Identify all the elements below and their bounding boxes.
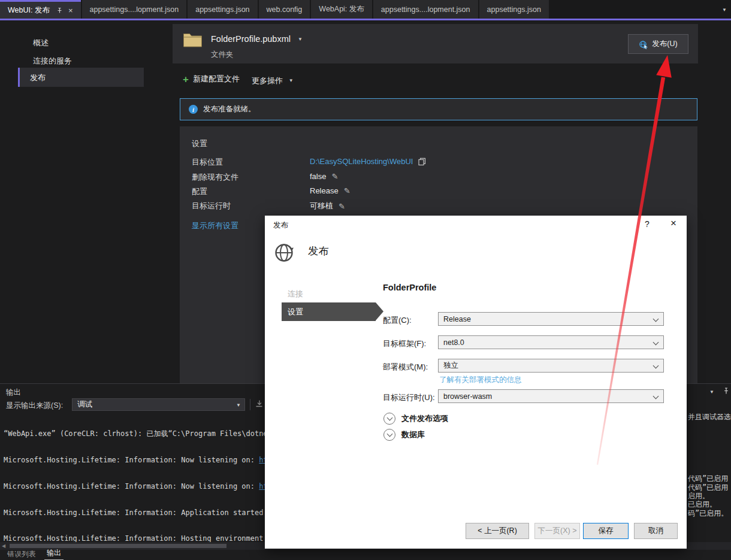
scroll-left-icon[interactable]: ◀ — [2, 543, 5, 549]
chevron-down-icon: ▼ — [298, 37, 303, 42]
tab-label: web.config — [267, 5, 303, 14]
configuration-value: Release — [443, 315, 471, 323]
configuration-select[interactable]: Release — [438, 312, 664, 326]
panel-pin-icon[interactable] — [723, 388, 730, 395]
expander-database[interactable]: 数据库 — [383, 429, 425, 441]
copy-icon[interactable] — [418, 158, 426, 166]
new-profile-button[interactable]: + 新建配置文件 — [183, 74, 240, 84]
deployment-mode-value: 独立 — [443, 361, 458, 371]
globe-icon — [273, 241, 296, 264]
field-label-configuration: 配置(C): — [383, 315, 412, 326]
console-line-fragment: 并且调试器选 — [688, 412, 731, 422]
setting-value-configuration: Release ✎ — [310, 186, 351, 195]
help-button[interactable]: ? — [641, 219, 653, 229]
chevron-down-icon — [653, 393, 659, 399]
show-all-settings-link[interactable]: 显示所有设置 — [192, 220, 238, 231]
tab-appsettings-development-1[interactable]: appsettings....lopment.json — [82, 0, 187, 19]
console-line-fragment: 码”已启用。 — [688, 508, 728, 519]
target-framework-select[interactable]: net8.0 — [438, 335, 664, 349]
document-tab-bar: WebUI: 发布 × appsettings....lopment.json … — [0, 0, 731, 19]
settings-title: 设置 — [192, 138, 207, 149]
plus-icon: + — [183, 74, 189, 84]
scrollbar-thumb[interactable] — [10, 544, 226, 548]
deployment-mode-select[interactable]: 独立 — [438, 359, 664, 373]
tab-webui-publish[interactable]: WebUI: 发布 × — [0, 0, 81, 19]
accent-underline — [0, 19, 731, 20]
pin-icon[interactable] — [56, 7, 63, 14]
field-label-target-framework: 目标框架(F): — [383, 338, 426, 349]
publish-button[interactable]: 发布(U) — [628, 34, 688, 54]
configuration-value: Release — [310, 186, 339, 195]
setting-label-configuration: 配置 — [192, 186, 207, 197]
setting-value-delete-existing: false ✎ — [310, 172, 338, 181]
tab-webapi-publish[interactable]: WebApi: 发布 — [311, 0, 372, 19]
save-button[interactable]: 保存 — [583, 523, 629, 539]
edit-pencil-icon[interactable]: ✎ — [331, 172, 338, 181]
tab-appsettings-1[interactable]: appsettings.json — [188, 0, 257, 19]
cancel-button[interactable]: 取消 — [634, 523, 678, 539]
panel-menu-chevron-icon[interactable]: ▼ — [709, 389, 714, 395]
target-runtime-select[interactable]: browser-wasm — [438, 389, 664, 403]
tab-error-list[interactable]: 错误列表 — [5, 549, 38, 560]
sidebar-item-connected-services[interactable]: 连接的服务 — [33, 56, 72, 66]
next-page-button[interactable]: 下一页(X) > — [534, 523, 580, 539]
edit-pencil-icon[interactable]: ✎ — [339, 202, 345, 211]
tab-label: appsettings....lopment.json — [381, 5, 470, 14]
publish-button-label: 发布(U) — [652, 39, 677, 49]
expander-chevron-icon — [383, 429, 395, 441]
output-source-label: 显示输出来源(S): — [6, 401, 63, 411]
close-icon[interactable]: × — [68, 7, 73, 14]
setting-label-delete-existing: 删除现有文件 — [192, 172, 238, 183]
profile-name-dropdown[interactable]: FolderProfile.pubxml ▼ — [211, 34, 303, 44]
tab-label: appsettings.json — [487, 5, 541, 14]
deployment-mode-info-link[interactable]: 了解有关部署模式的信息 — [439, 375, 522, 385]
close-icon[interactable]: × — [666, 217, 681, 229]
target-runtime-value: 可移植 — [310, 201, 333, 211]
field-label-deployment-mode: 部署模式(M): — [383, 362, 428, 373]
tab-web-config[interactable]: web.config — [259, 0, 310, 19]
info-icon: i — [189, 105, 198, 114]
profile-type-label: 文件夹 — [211, 50, 234, 60]
output-source-select[interactable]: 调试 ▼ — [72, 398, 245, 411]
delete-existing-value: false — [310, 172, 326, 181]
dialog-profile-heading: FolderProfile — [383, 283, 436, 292]
sidebar-item-publish-label: 发布 — [30, 72, 46, 83]
dialog-title: 发布 — [273, 220, 288, 231]
chevron-down-icon — [653, 340, 659, 346]
target-location-link[interactable]: D:\EasySQLiteHosting\WebUI — [310, 157, 413, 166]
dialog-nav-connection[interactable]: 连接 — [288, 289, 303, 299]
expander-chevron-icon — [383, 413, 395, 425]
tab-appsettings-2[interactable]: appsettings.json — [479, 0, 549, 19]
previous-page-button[interactable]: < 上一页(R) — [466, 523, 529, 539]
expander-label: 数据库 — [401, 429, 425, 440]
expander-file-publish-options[interactable]: 文件发布选项 — [383, 413, 448, 425]
tab-label: appsettings.json — [195, 5, 249, 14]
field-label-target-runtime: 目标运行时(U): — [383, 392, 435, 403]
dialog-nav-settings[interactable]: 设置 — [282, 302, 376, 321]
setting-value-target-location: D:\EasySQLiteHosting\WebUI — [310, 157, 426, 166]
chevron-down-icon: ▼ — [236, 402, 241, 408]
sidebar-active-indicator — [18, 68, 20, 87]
tab-overflow-chevron-icon[interactable]: ▼ — [722, 7, 727, 13]
edit-pencil-icon[interactable]: ✎ — [344, 186, 351, 195]
status-message: 发布准备就绪。 — [203, 104, 256, 114]
folder-icon — [183, 32, 203, 48]
new-profile-label: 新建配置文件 — [193, 74, 240, 84]
profile-name: FolderProfile.pubxml — [211, 34, 291, 44]
toolbar-separator — [250, 399, 250, 410]
tab-appsettings-development-2[interactable]: appsettings....lopment.json — [373, 0, 478, 19]
more-actions-dropdown[interactable]: 更多操作 ▼ — [252, 75, 294, 86]
publish-status-bar: i 发布准备就绪。 — [180, 98, 697, 120]
output-panel-title: 输出 — [6, 388, 21, 398]
setting-value-target-runtime: 可移植 ✎ — [310, 201, 345, 211]
setting-label-target-location: 目标位置 — [192, 157, 223, 168]
tab-label: WebUI: 发布 — [8, 5, 50, 16]
autoscroll-icon[interactable] — [255, 399, 264, 408]
output-source-value: 调试 — [77, 399, 92, 410]
tab-output[interactable]: 输出 — [44, 547, 64, 560]
target-runtime-value: browser-wasm — [443, 392, 492, 401]
chevron-down-icon — [653, 316, 659, 322]
more-actions-label: 更多操作 — [252, 76, 283, 85]
chevron-down-icon — [653, 363, 659, 369]
sidebar-item-overview[interactable]: 概述 — [33, 38, 49, 49]
